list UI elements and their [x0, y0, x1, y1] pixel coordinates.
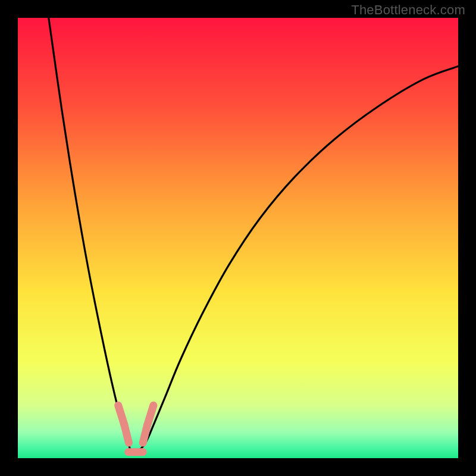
watermark-text: TheBottleneck.com [351, 2, 465, 18]
plot-area [18, 18, 458, 458]
gradient-background [18, 18, 458, 458]
chart-svg [18, 18, 458, 458]
valley-marker [124, 425, 129, 443]
chart-frame: TheBottleneck.com [0, 0, 476, 476]
